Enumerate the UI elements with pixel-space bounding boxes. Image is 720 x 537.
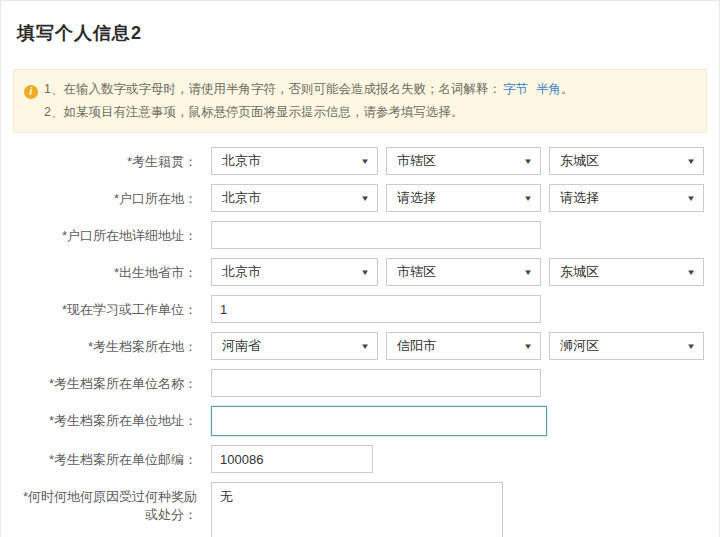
archive-city-value: 信阳市: [397, 337, 436, 355]
residence-address-label: *户口所在地详细地址：: [13, 221, 197, 245]
chevron-down-icon: ▼: [523, 157, 533, 166]
birthplace-city-select[interactable]: 市辖区 ▼: [386, 258, 541, 286]
archive-location-label: *考生档案所在地：: [13, 332, 197, 356]
birthplace-label: *出生地省市：: [13, 258, 197, 282]
notice-text-1-suffix: 。: [561, 82, 574, 96]
archive-province-value: 河南省: [222, 337, 261, 355]
archive-district-value: 浉河区: [560, 337, 599, 355]
archive-province-select[interactable]: 河南省 ▼: [211, 332, 378, 360]
origin-city-select[interactable]: 市辖区 ▼: [386, 147, 541, 175]
birthplace-district-select[interactable]: 东城区 ▼: [549, 258, 704, 286]
archive-unit-address-input[interactable]: [211, 406, 547, 436]
archive-unit-postcode-input[interactable]: [211, 445, 373, 473]
info-icon: i: [24, 85, 38, 99]
notice-box: i1、在输入数字或字母时，请使用半角字符，否则可能会造成报名失败；名词解释：字节…: [13, 69, 707, 133]
chevron-down-icon: ▼: [686, 194, 696, 203]
work-unit-input[interactable]: [211, 295, 541, 323]
archive-unit-postcode-label: *考生档案所在单位邮编：: [13, 445, 197, 469]
chevron-down-icon: ▼: [360, 268, 370, 277]
notice-line-2: 2、如某项目有注意事项，鼠标悬停页面将显示提示信息，请参考填写选择。: [24, 101, 694, 124]
residence-city-value: 请选择: [397, 189, 436, 207]
halfwidth-term-link[interactable]: 半角: [536, 82, 561, 96]
residence-label: *户口所在地：: [13, 184, 197, 208]
residence-city-select[interactable]: 请选择 ▼: [386, 184, 541, 212]
chevron-down-icon: ▼: [686, 342, 696, 351]
awards-punishments-label: *何时何地何原因受过何种奖励或处分：: [13, 482, 197, 524]
form-row-archive-unit-postcode: *考生档案所在单位邮编：: [13, 445, 707, 473]
chevron-down-icon: ▼: [360, 194, 370, 203]
birthplace-district-value: 东城区: [560, 263, 599, 281]
chevron-down-icon: ▼: [523, 342, 533, 351]
chevron-down-icon: ▼: [360, 342, 370, 351]
birthplace-province-value: 北京市: [222, 263, 261, 281]
candidate-origin-label: *考生籍贯：: [13, 147, 197, 171]
origin-province-select[interactable]: 北京市 ▼: [211, 147, 378, 175]
form-row-awards-punishments: *何时何地何原因受过何种奖励或处分： 无: [13, 482, 707, 537]
origin-district-select[interactable]: 东城区 ▼: [549, 147, 704, 175]
archive-unit-name-label: *考生档案所在单位名称：: [13, 369, 197, 393]
origin-district-value: 东城区: [560, 152, 599, 170]
origin-city-value: 市辖区: [397, 152, 436, 170]
notice-text-1: 1、在输入数字或字母时，请使用半角字符，否则可能会造成报名失败；名词解释：: [44, 82, 501, 96]
origin-province-value: 北京市: [222, 152, 261, 170]
chevron-down-icon: ▼: [686, 157, 696, 166]
residence-district-value: 请选择: [560, 189, 599, 207]
residence-district-select[interactable]: 请选择 ▼: [549, 184, 704, 212]
personal-info-form: *考生籍贯： 北京市 ▼ 市辖区 ▼ 东城区 ▼ *户口所在地： 北京市 ▼: [13, 147, 707, 537]
birthplace-province-select[interactable]: 北京市 ▼: [211, 258, 378, 286]
form-row-residence: *户口所在地： 北京市 ▼ 请选择 ▼ 请选择 ▼: [13, 184, 707, 212]
archive-unit-name-input[interactable]: [211, 369, 541, 397]
birthplace-city-value: 市辖区: [397, 263, 436, 281]
form-row-residence-address: *户口所在地详细地址：: [13, 221, 707, 249]
form-row-archive-unit-name: *考生档案所在单位名称：: [13, 369, 707, 397]
archive-unit-address-label: *考生档案所在单位地址：: [13, 406, 197, 430]
form-row-archive-unit-address: *考生档案所在单位地址：: [13, 406, 707, 436]
chevron-down-icon: ▼: [523, 268, 533, 277]
archive-district-select[interactable]: 浉河区 ▼: [549, 332, 704, 360]
archive-city-select[interactable]: 信阳市 ▼: [386, 332, 541, 360]
residence-province-value: 北京市: [222, 189, 261, 207]
chevron-down-icon: ▼: [686, 268, 696, 277]
form-row-candidate-origin: *考生籍贯： 北京市 ▼ 市辖区 ▼ 东城区 ▼: [13, 147, 707, 175]
page-title: 填写个人信息2: [17, 21, 707, 45]
work-unit-label: *现在学习或工作单位：: [13, 295, 197, 319]
chevron-down-icon: ▼: [360, 157, 370, 166]
form-row-birthplace: *出生地省市： 北京市 ▼ 市辖区 ▼ 东城区 ▼: [13, 258, 707, 286]
byte-term-link[interactable]: 字节: [503, 82, 528, 96]
residence-address-input[interactable]: [211, 221, 541, 249]
notice-line-1: i1、在输入数字或字母时，请使用半角字符，否则可能会造成报名失败；名词解释：字节…: [24, 78, 694, 101]
notice-text-2: 2、如某项目有注意事项，鼠标悬停页面将显示提示信息，请参考填写选择。: [44, 105, 463, 119]
form-row-work-unit: *现在学习或工作单位：: [13, 295, 707, 323]
awards-punishments-textarea[interactable]: 无: [211, 482, 503, 537]
form-row-archive-location: *考生档案所在地： 河南省 ▼ 信阳市 ▼ 浉河区 ▼: [13, 332, 707, 360]
residence-province-select[interactable]: 北京市 ▼: [211, 184, 378, 212]
chevron-down-icon: ▼: [523, 194, 533, 203]
